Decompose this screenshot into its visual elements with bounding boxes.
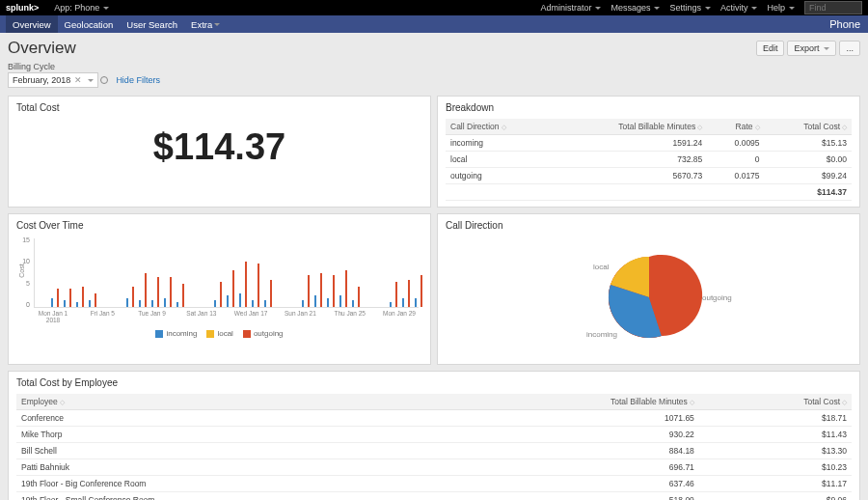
- app-menu[interactable]: App: Phone: [54, 3, 109, 13]
- tab-overview[interactable]: Overview: [6, 15, 58, 33]
- bar-incoming: [164, 298, 166, 307]
- pie-chart: local incoming outgoing: [524, 244, 774, 350]
- table-row: Patti Bahniuk696.71$10.23: [16, 459, 852, 476]
- bar-incoming: [352, 300, 354, 307]
- bar-outgoing: [270, 280, 272, 307]
- sort-icon: ◇: [690, 399, 694, 405]
- chevron-down-icon: [595, 7, 601, 10]
- bar-day: [327, 238, 335, 307]
- bar-day: [214, 238, 222, 307]
- bar-day: [89, 238, 96, 307]
- user-menu[interactable]: Administrator: [540, 3, 601, 13]
- help-menu[interactable]: Help: [767, 3, 795, 13]
- bar-incoming: [139, 300, 141, 307]
- col-direction[interactable]: Call Direction◇: [446, 119, 553, 135]
- bar-incoming: [126, 298, 128, 307]
- bar-outgoing: [232, 270, 234, 307]
- bar-day: [239, 238, 247, 307]
- bar-outgoing: [82, 287, 84, 307]
- bar-outgoing: [345, 270, 347, 307]
- bar-day: [302, 238, 310, 307]
- bar-outgoing: [57, 289, 59, 307]
- panel-cost-over-time: Cost Over Time Cost 151050 Mon Jan 1 201…: [8, 213, 431, 365]
- bar-day: [352, 238, 360, 307]
- bar-incoming: [314, 295, 316, 307]
- bar-day: [314, 238, 322, 307]
- tab-user-search[interactable]: User Search: [120, 15, 184, 33]
- tab-geolocation[interactable]: Geolocation: [58, 15, 121, 33]
- activity-menu[interactable]: Activity: [720, 3, 758, 13]
- bar-incoming: [415, 298, 417, 307]
- bar-incoming: [89, 300, 91, 307]
- employee-table: Employee◇ Total Billable Minutes◇ Total …: [16, 394, 852, 500]
- table-row: incoming1591.240.0095$15.13: [446, 135, 852, 152]
- panel-title: Call Direction: [446, 220, 852, 231]
- col-minutes[interactable]: Total Billable Minutes◇: [429, 394, 699, 410]
- gear-icon[interactable]: [100, 76, 108, 84]
- bar-outgoing: [395, 282, 397, 307]
- export-button[interactable]: Export: [787, 41, 836, 56]
- splunk-logo[interactable]: splunk>: [6, 3, 39, 13]
- col-employee[interactable]: Employee◇: [16, 394, 429, 410]
- bar-incoming: [151, 300, 153, 307]
- legend-swatch-outgoing: [243, 330, 251, 338]
- settings-menu[interactable]: Settings: [669, 3, 711, 13]
- bar-outgoing: [358, 287, 360, 307]
- find-input[interactable]: [804, 1, 862, 14]
- sort-icon: ◇: [842, 124, 847, 130]
- bar-outgoing: [258, 264, 259, 307]
- tab-extra[interactable]: Extra: [184, 15, 227, 33]
- table-row: Mike Thorp930.22$11.43: [16, 427, 852, 443]
- table-row: 19th Floor - Small Conference Room518.09…: [16, 492, 852, 501]
- col-cost[interactable]: Total Cost◇: [765, 119, 852, 135]
- sort-icon: ◇: [755, 124, 760, 130]
- billing-cycle-select[interactable]: February, 2018 ✕: [8, 72, 98, 88]
- col-cost[interactable]: Total Cost◇: [699, 394, 852, 410]
- hide-filters-link[interactable]: Hide Filters: [116, 75, 160, 85]
- bar-day: [377, 238, 385, 307]
- chevron-down-icon: [751, 7, 757, 10]
- bar-outgoing: [420, 275, 422, 307]
- bar-day: [101, 238, 109, 307]
- more-button[interactable]: ...: [839, 41, 860, 56]
- bar-day: [365, 238, 372, 307]
- bar-day: [264, 238, 272, 307]
- bar-outgoing: [170, 277, 172, 307]
- messages-menu[interactable]: Messages: [610, 3, 660, 13]
- bar-day: [202, 238, 209, 307]
- bar-outgoing: [220, 282, 222, 307]
- table-row: 19th Floor - Big Conference Room637.46$1…: [16, 476, 852, 492]
- bar-day: [39, 238, 46, 307]
- edit-button[interactable]: Edit: [756, 41, 785, 56]
- panel-breakdown: Breakdown Call Direction◇ Total Billable…: [437, 96, 860, 208]
- y-axis: 151050: [16, 236, 30, 308]
- bar-day: [114, 238, 122, 307]
- panel-total-cost: Total Cost $114.37: [8, 96, 431, 208]
- bar-day: [252, 238, 259, 307]
- sort-icon: ◇: [697, 124, 702, 130]
- bar-outgoing: [408, 280, 410, 307]
- bar-day: [126, 238, 134, 307]
- chevron-down-icon: [214, 23, 220, 26]
- bar-day: [289, 238, 297, 307]
- col-rate[interactable]: Rate◇: [707, 119, 764, 135]
- bar-incoming: [76, 302, 78, 307]
- clear-icon[interactable]: ✕: [74, 75, 82, 85]
- bar-chart: Cost 151050 Mon Jan 1 2018Fri Jan 5Tue J…: [16, 236, 422, 323]
- bar-incoming: [176, 302, 178, 307]
- sort-icon: ◇: [502, 124, 506, 130]
- bar-outgoing: [320, 273, 322, 308]
- bar-incoming: [390, 302, 392, 307]
- bar-incoming: [239, 293, 241, 307]
- x-axis: Mon Jan 1 2018Fri Jan 5Tue Jan 9Sat Jan …: [34, 310, 419, 323]
- pie-label-local: local: [593, 263, 610, 271]
- bar-outgoing: [95, 293, 96, 307]
- bar-incoming: [302, 300, 304, 307]
- page-title: Overview: [8, 39, 76, 58]
- panel-title: Total Cost: [16, 102, 422, 113]
- total-cost-value: $114.37: [16, 119, 422, 181]
- bar-outgoing: [145, 273, 147, 308]
- bar-day: [51, 238, 59, 307]
- col-minutes[interactable]: Total Billable Minutes◇: [553, 119, 707, 135]
- bar-day: [227, 238, 234, 307]
